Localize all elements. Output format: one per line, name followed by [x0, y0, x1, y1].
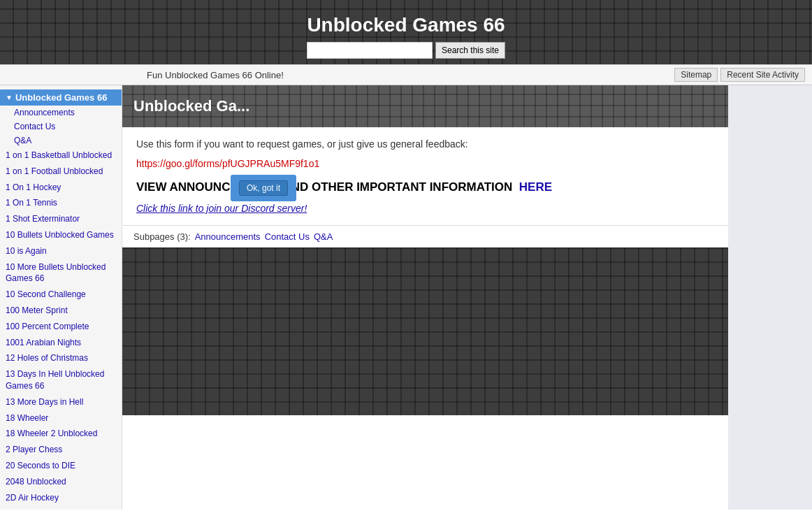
- subpages-announcements[interactable]: Announcements: [195, 231, 261, 242]
- subpages-qa[interactable]: Q&A: [314, 231, 333, 242]
- announcements-text: VIEW ANNOUNCEMENTS AND OTHER IMPORTANT I…: [136, 180, 512, 194]
- subpages-contact-us[interactable]: Contact Us: [265, 231, 310, 242]
- sidebar-item-2player[interactable]: 2 Player Chess: [0, 442, 122, 458]
- announcements-here-link[interactable]: HERE: [519, 180, 552, 194]
- sidebar-item-20seconds[interactable]: 20 Seconds to DIE: [0, 458, 122, 474]
- sidebar-item-1001arabian[interactable]: 1001 Arabian Nights: [0, 335, 122, 351]
- right-sidebar: [728, 85, 812, 510]
- bottom-dark-area: [122, 247, 728, 415]
- sidebar-item-2048[interactable]: 2048 Unblocked: [0, 474, 122, 490]
- form-link[interactable]: https://goo.gl/forms/pfUGJPRAu5MF9f1o1: [136, 158, 714, 169]
- sitemap-button[interactable]: Sitemap: [674, 68, 718, 82]
- cookie-ok-button[interactable]: Ok, got it: [239, 180, 288, 196]
- sidebar-item-100meter[interactable]: 100 Meter Sprint: [0, 303, 122, 319]
- nav-bar: Fun Unblocked Games 66 Online! Sitemap R…: [0, 64, 812, 85]
- nav-tagline: Fun Unblocked Games 66 Online!: [7, 70, 670, 80]
- subpages-label: Subpages (3):: [133, 231, 191, 242]
- page-title: Unblocked Ga...: [133, 97, 249, 115]
- content-description: Use this form if you want to request gam…: [136, 138, 714, 150]
- sidebar-item-1on1-tennis[interactable]: 1 On 1 Tennis: [0, 195, 122, 211]
- sidebar-item-10more[interactable]: 10 More Bullets Unblocked Games 66: [0, 259, 122, 287]
- main-layout: ▼ Unblocked Games 66 Announcements Conta…: [0, 85, 812, 510]
- search-button[interactable]: Search this site: [435, 42, 505, 59]
- site-title: Unblocked Games 66: [0, 7, 812, 42]
- sidebar-item-100percent[interactable]: 100 Percent Complete: [0, 319, 122, 335]
- sidebar-item-1on1-basketball[interactable]: 1 on 1 Basketball Unblocked: [0, 148, 122, 164]
- discord-link[interactable]: Click this link to join our Discord serv…: [136, 203, 307, 214]
- sidebar-item-announcements[interactable]: Announcements: [0, 106, 122, 120]
- cookie-notice: Ok, got it: [231, 175, 296, 201]
- sidebar-item-18wheeler2[interactable]: 18 Wheeler 2 Unblocked: [0, 426, 122, 442]
- header: Unblocked Games 66 Search this site: [0, 0, 812, 64]
- sidebar-item-1on1-football[interactable]: 1 on 1 Football Unblocked: [0, 164, 122, 180]
- sidebar-header[interactable]: ▼ Unblocked Games 66: [0, 89, 122, 106]
- sidebar-item-10second[interactable]: 10 Second Challenge: [0, 287, 122, 303]
- sidebar-item-13days[interactable]: 13 Days In Hell Unblocked Games 66: [0, 366, 122, 394]
- sidebar-item-2dair[interactable]: 2D Air Hockey: [0, 490, 122, 506]
- page-title-bar: Unblocked Ga...: [122, 85, 728, 127]
- search-input[interactable]: [307, 42, 433, 59]
- sidebar-arrow-icon: ▼: [6, 94, 13, 101]
- sidebar-item-contact-us[interactable]: Contact Us: [0, 120, 122, 134]
- sidebar-item-12holes[interactable]: 12 Holes of Christmas: [0, 350, 122, 366]
- sidebar-item-13more[interactable]: 13 More Days in Hell: [0, 394, 122, 410]
- search-bar: Search this site: [0, 42, 812, 64]
- sidebar-item-1on1-hockey[interactable]: 1 On 1 Hockey: [0, 180, 122, 196]
- sidebar: ▼ Unblocked Games 66 Announcements Conta…: [0, 85, 122, 510]
- sidebar-header-label: Unblocked Games 66: [15, 92, 108, 103]
- subpages-bar: Subpages (3): Announcements Contact Us Q…: [122, 225, 728, 247]
- sidebar-item-1shot[interactable]: 1 Shot Exterminator: [0, 211, 122, 227]
- announcements-line: VIEW ANNOUNCEMENTS AND OTHER IMPORTANT I…: [136, 180, 714, 194]
- content-area: Use this form if you want to request gam…: [122, 127, 728, 225]
- sidebar-item-qa[interactable]: Q&A: [0, 134, 122, 148]
- recent-activity-button[interactable]: Recent Site Activity: [720, 68, 805, 82]
- sidebar-item-18wheeler[interactable]: 18 Wheeler: [0, 410, 122, 426]
- sidebar-item-10bullets[interactable]: 10 Bullets Unblocked Games: [0, 227, 122, 243]
- nav-buttons: Sitemap Recent Site Activity: [674, 68, 805, 82]
- sidebar-item-10again[interactable]: 10 is Again: [0, 243, 122, 259]
